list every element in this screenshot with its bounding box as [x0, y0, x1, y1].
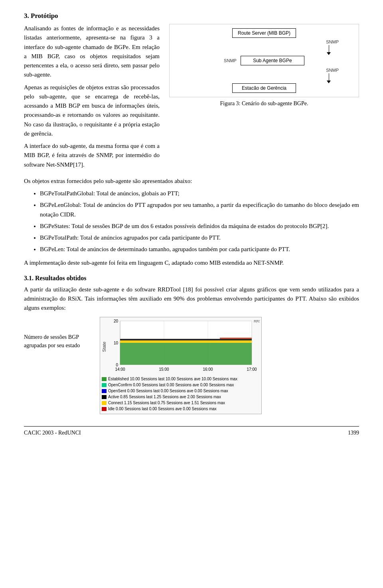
- section-number: 3.: [24, 12, 29, 20]
- chart-description: Número de sessões BGP agrupadas por seu …: [24, 317, 96, 350]
- impl-text: A implementação deste sub-agente foi fei…: [24, 258, 359, 267]
- legend-opensent: OpenSent 0.00 Sessions last 0.00 Session…: [102, 388, 260, 394]
- snmp-label-1: SNMP: [326, 39, 339, 44]
- legend-color-established: [102, 377, 107, 381]
- legend-color-active: [102, 395, 107, 399]
- legend-label-active: Active 0.85 Sessions last 1.25 Sessions …: [108, 394, 221, 400]
- legend-color-opensent: [102, 389, 107, 393]
- svg-text:15:00: 15:00: [159, 367, 169, 372]
- extras-list: BGPeTotalPathGlobal: Total de anúncios, …: [24, 189, 359, 254]
- legend-connect: Connect 1.15 Sessions last 0.75 Sessions…: [102, 400, 260, 406]
- architecture-diagram: Route Server (MIB BGP) SNMP SNMP Sub Age…: [169, 24, 359, 97]
- section-title: 3. Protótipo: [24, 12, 359, 20]
- list-item-1: BGPeTotalPathGlobal: Total de anúncios, …: [40, 189, 359, 198]
- svg-text:17:00: 17:00: [247, 367, 257, 372]
- sub-agent-box: Sub Agente BGPe: [241, 56, 304, 65]
- intro-para1: Analisando as fontes de informação e as …: [24, 24, 160, 80]
- list-item-5: BGPeLen: Total de anúncios de determinad…: [40, 245, 359, 254]
- chart-y-axis-label: State: [102, 342, 107, 352]
- snmp-label-3: SNMP: [326, 68, 339, 73]
- intro-para2: Apenas as requisições de objetos extras …: [24, 83, 160, 139]
- extras-intro: Os objetos extras fornecidos pelo sub-ag…: [24, 177, 359, 186]
- legend-color-idle: [102, 407, 107, 411]
- svg-text:16:00: 16:00: [203, 367, 213, 372]
- estacao-box: Estacão de Gerência: [232, 83, 296, 93]
- svg-text:14:00: 14:00: [115, 367, 125, 372]
- route-server-box: Route Server (MIB BGP): [232, 28, 296, 38]
- legend-label-connect: Connect 1.15 Sessions last 0.75 Sessions…: [108, 400, 225, 406]
- legend-label-idle: Idle 0.00 Sessions last 0.00 Sessions av…: [108, 406, 217, 412]
- svg-rect-15: [120, 343, 252, 365]
- svg-text:0: 0: [116, 363, 118, 367]
- figure-caption: Figura 3: Cenário do sub-agente BGPe.: [169, 100, 359, 107]
- chart-section: Número de sessões BGP agrupadas por seu …: [24, 317, 359, 414]
- legend-label-openconfirm: OpenConfirm 0.00 Sessions last 0.00 Sess…: [108, 382, 234, 388]
- list-item-3: BGPeStates: Total de sessões BGP de um d…: [40, 222, 359, 231]
- subsection-number: 3.1.: [24, 275, 34, 281]
- legend-label-opensent: OpenSent 0.00 Sessions last 0.00 Session…: [108, 388, 228, 394]
- diagram-area: Route Server (MIB BGP) SNMP SNMP Sub Age…: [169, 24, 359, 173]
- legend-color-openconfirm: [102, 383, 107, 387]
- bgp-sessions-chart: State 20 10 0: [100, 317, 262, 414]
- intro-text-left: Analisando as fontes de informação e as …: [24, 24, 160, 173]
- intro-para3: A interface do sub-agente, da mesma form…: [24, 142, 160, 169]
- section-title-text: Protótipo: [31, 12, 58, 20]
- list-item-2: BGPeLenGlobal: Total de anúncios do PTT …: [40, 201, 359, 219]
- footer-left: CACIC 2003 - RedUNCI: [24, 430, 81, 436]
- subsection-title: 3.1. Resultados obtidos: [24, 275, 359, 282]
- chart-svg: 20 10 0 14:00 15:00 16:00 17:00: [108, 319, 260, 375]
- legend-openconfirm: OpenConfirm 0.00 Sessions last 0.00 Sess…: [102, 382, 260, 388]
- svg-text:10: 10: [114, 341, 118, 345]
- footer-right: 1399: [348, 430, 359, 436]
- legend-label-established: Established 10.00 Sessions last 10.00 Se…: [108, 376, 237, 382]
- svg-rect-17: [120, 339, 252, 340]
- snmp-label-2: SNMP: [224, 58, 237, 63]
- svg-text:20: 20: [114, 319, 118, 323]
- chart-legend: Established 10.00 Sessions last 10.00 Se…: [102, 376, 260, 412]
- svg-rect-16: [120, 340, 252, 343]
- legend-color-connect: [102, 401, 107, 405]
- svg-text:RRSPING / MIB ACTIVE: RRSPING / MIB ACTIVE: [254, 319, 260, 323]
- subsection-text1: A partir da utilização deste sub-agente …: [24, 285, 359, 313]
- list-item-4: BGPeTotalPath: Total de anúncios agrupad…: [40, 233, 359, 242]
- subsection-title-text: Resultados obtidos: [35, 275, 86, 281]
- page-footer: CACIC 2003 - RedUNCI 1399: [24, 426, 359, 436]
- sub-agent-row: SNMP Sub Agente BGPe: [178, 56, 351, 65]
- arrow-down-1: [327, 45, 331, 55]
- svg-rect-18: [220, 338, 252, 339]
- legend-active: Active 0.85 Sessions last 1.25 Sessions …: [102, 394, 260, 400]
- legend-idle: Idle 0.00 Sessions last 0.00 Sessions av…: [102, 406, 260, 412]
- arrow-down-2: [327, 73, 331, 83]
- legend-established: Established 10.00 Sessions last 10.00 Se…: [102, 376, 260, 382]
